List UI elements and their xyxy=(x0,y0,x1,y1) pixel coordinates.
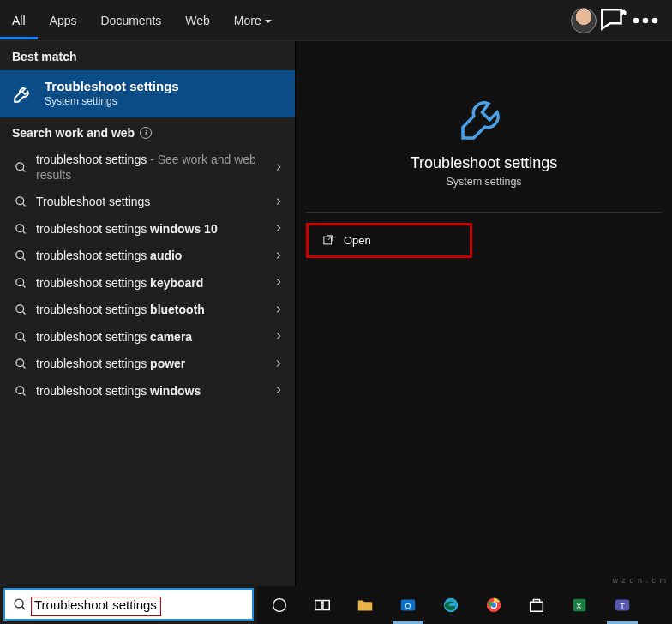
tab-web[interactable]: Web xyxy=(173,2,222,39)
best-match-item[interactable]: Troubleshoot settings System settings xyxy=(0,70,295,117)
result-text: troubleshoot settings audio xyxy=(29,249,274,264)
taskbar-explorer[interactable] xyxy=(345,586,386,624)
preview-panel: Troubleshoot settings System settings Op… xyxy=(295,41,672,586)
svg-point-4 xyxy=(15,197,23,205)
search-result-4[interactable]: troubleshoot settings keyboard xyxy=(0,270,295,297)
result-text: troubleshoot settings bluetooth xyxy=(29,303,274,318)
search-result-3[interactable]: troubleshoot settings audio xyxy=(0,243,295,270)
svg-point-3 xyxy=(15,163,23,171)
svg-text:X: X xyxy=(576,602,581,610)
taskbar-outlook[interactable]: O xyxy=(387,586,429,624)
result-text: troubleshoot settings camera xyxy=(29,330,274,345)
search-icon xyxy=(12,195,29,208)
svg-point-8 xyxy=(15,305,23,313)
taskbar-cortana[interactable] xyxy=(259,586,300,624)
search-icon xyxy=(12,277,29,290)
svg-point-2 xyxy=(653,18,657,22)
wrench-large-icon xyxy=(459,91,510,142)
preview-title: Troubleshoot settings xyxy=(411,154,557,172)
svg-point-14 xyxy=(273,599,286,612)
taskbar-chrome[interactable] xyxy=(473,586,514,624)
tab-more-label: More xyxy=(234,14,261,27)
taskbar: O X T xyxy=(257,586,672,624)
taskbar-edge[interactable] xyxy=(430,586,471,624)
search-result-6[interactable]: troubleshoot settings camera xyxy=(0,324,295,351)
open-action[interactable]: Open xyxy=(306,223,472,258)
result-text: troubleshoot settings keyboard xyxy=(29,276,274,291)
search-result-0[interactable]: troubleshoot settings - See work and web… xyxy=(0,147,295,189)
user-avatar[interactable] xyxy=(571,8,597,33)
info-icon[interactable]: i xyxy=(140,127,152,139)
svg-text:T: T xyxy=(620,602,625,610)
open-icon xyxy=(322,234,335,247)
more-options-icon[interactable] xyxy=(629,4,662,37)
section-search-web: Search work and web i xyxy=(0,117,295,147)
chevron-right-icon[interactable] xyxy=(274,196,283,208)
search-result-8[interactable]: troubleshoot settings windows xyxy=(0,378,295,405)
results-panel: Best match Troubleshoot settings System … xyxy=(0,41,295,586)
svg-point-6 xyxy=(15,251,23,259)
header-bar: All Apps Documents Web More xyxy=(0,0,672,41)
search-icon xyxy=(12,331,29,344)
chevron-right-icon[interactable] xyxy=(274,331,283,343)
search-result-1[interactable]: Troubleshoot settings xyxy=(0,189,295,216)
svg-point-1 xyxy=(643,18,647,22)
chevron-right-icon[interactable] xyxy=(274,385,283,397)
open-label: Open xyxy=(344,234,371,247)
chevron-right-icon[interactable] xyxy=(274,250,283,262)
svg-text:O: O xyxy=(405,602,411,610)
chevron-right-icon[interactable] xyxy=(274,304,283,316)
tab-apps[interactable]: Apps xyxy=(38,2,89,39)
tab-documents[interactable]: Documents xyxy=(88,2,173,39)
taskbar-store[interactable] xyxy=(516,586,557,624)
chevron-right-icon[interactable] xyxy=(274,223,283,235)
taskbar-teams[interactable]: T xyxy=(602,586,643,624)
preview-subtitle: System settings xyxy=(446,176,521,188)
watermark: w z d n . c m xyxy=(612,576,667,585)
tab-more[interactable]: More xyxy=(222,2,284,39)
feedback-icon[interactable] xyxy=(597,4,629,37)
search-icon xyxy=(12,357,29,370)
chevron-right-icon[interactable] xyxy=(274,277,283,289)
svg-point-13 xyxy=(15,599,23,608)
section-search-web-label: Search work and web xyxy=(12,126,135,140)
result-text: troubleshoot settings windows xyxy=(29,384,274,399)
result-text: troubleshoot settings power xyxy=(29,357,274,372)
search-icon xyxy=(12,249,29,262)
search-icon xyxy=(12,303,29,316)
tab-all[interactable]: All xyxy=(0,2,38,39)
search-box[interactable] xyxy=(3,588,254,621)
search-icon xyxy=(12,385,29,398)
svg-point-0 xyxy=(633,18,638,22)
search-result-7[interactable]: troubleshoot settings power xyxy=(0,351,295,378)
svg-point-5 xyxy=(15,225,23,232)
svg-point-11 xyxy=(15,387,23,394)
section-best-match: Best match xyxy=(0,41,295,70)
taskbar-excel[interactable]: X xyxy=(559,586,600,624)
chevron-down-icon xyxy=(265,20,272,23)
search-icon xyxy=(12,161,29,174)
wrench-icon xyxy=(12,82,34,105)
svg-point-9 xyxy=(15,333,23,340)
search-result-2[interactable]: troubleshoot settings windows 10 xyxy=(0,216,295,243)
svg-point-10 xyxy=(15,359,23,367)
svg-rect-15 xyxy=(315,601,321,610)
search-result-5[interactable]: troubleshoot settings bluetooth xyxy=(0,297,295,324)
search-icon xyxy=(5,597,34,612)
result-text: troubleshoot settings - See work and web… xyxy=(29,153,274,183)
search-icon xyxy=(12,223,29,236)
result-text: Troubleshoot settings xyxy=(29,195,274,210)
taskbar-taskview[interactable] xyxy=(302,586,343,624)
svg-point-7 xyxy=(15,279,23,286)
result-text: troubleshoot settings windows 10 xyxy=(29,222,274,237)
search-input[interactable] xyxy=(34,590,252,619)
best-match-title: Troubleshoot settings xyxy=(45,79,179,93)
best-match-subtitle: System settings xyxy=(45,95,179,107)
svg-rect-16 xyxy=(323,601,329,610)
chevron-right-icon[interactable] xyxy=(274,162,283,174)
preview-hero: Troubleshoot settings System settings xyxy=(306,62,662,213)
chevron-right-icon[interactable] xyxy=(274,358,283,370)
